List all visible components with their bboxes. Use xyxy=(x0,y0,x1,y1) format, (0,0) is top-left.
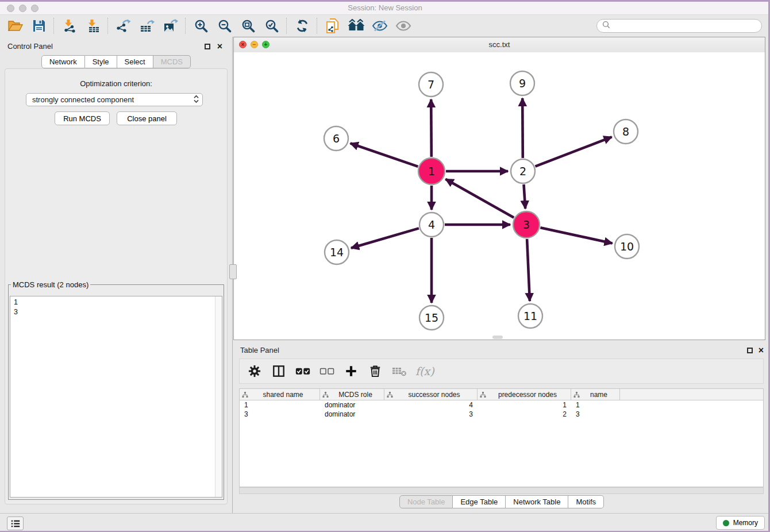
table-cell[interactable]: 3 xyxy=(240,410,320,418)
zoom-fit-icon[interactable] xyxy=(236,17,260,35)
create-column-icon[interactable] xyxy=(343,363,359,379)
tab-network[interactable]: Network xyxy=(41,55,85,68)
select-stepper-icon xyxy=(194,95,199,105)
graph-node-14[interactable]: 14 xyxy=(325,240,349,264)
close-window-button[interactable] xyxy=(7,5,14,12)
table-cell[interactable]: dominator xyxy=(320,401,384,409)
table-cell[interactable]: 1 xyxy=(240,401,320,409)
float-table-panel-icon[interactable] xyxy=(747,348,753,353)
task-history-button[interactable] xyxy=(7,516,24,530)
close-view-button[interactable] xyxy=(239,41,247,48)
zoom-out-icon[interactable] xyxy=(213,17,236,35)
table-cell[interactable]: 3 xyxy=(384,410,478,418)
graph-node-4[interactable]: 4 xyxy=(419,213,444,237)
import-network-icon[interactable] xyxy=(57,17,81,35)
hide-graphics-details-icon[interactable] xyxy=(368,17,391,35)
tab-network-table[interactable]: Network Table xyxy=(506,495,568,508)
export-network-icon[interactable] xyxy=(111,17,135,35)
memory-button[interactable]: Memory xyxy=(716,516,765,530)
graph-node-15[interactable]: 15 xyxy=(419,306,444,330)
refresh-view-icon[interactable] xyxy=(290,17,314,35)
tab-style[interactable]: Style xyxy=(85,55,117,68)
tab-edge-table[interactable]: Edge Table xyxy=(453,495,506,508)
table-cell[interactable]: 4 xyxy=(384,401,478,409)
close-table-panel-icon[interactable]: × xyxy=(759,346,764,354)
table-row[interactable]: 3dominator323 xyxy=(240,410,763,419)
graph-node-6[interactable]: 6 xyxy=(324,126,348,151)
network-graph[interactable]: 7968124314101511 xyxy=(234,52,765,340)
export-table-icon[interactable] xyxy=(135,17,159,35)
tab-select[interactable]: Select xyxy=(117,55,153,68)
float-panel-icon[interactable] xyxy=(205,44,210,49)
zoom-selected-icon[interactable] xyxy=(260,17,283,35)
table-panel: Table Panel × f(x) shared nameMCDS roles… xyxy=(233,342,770,509)
graph-node-9[interactable]: 9 xyxy=(510,71,534,95)
graph-node-10[interactable]: 10 xyxy=(615,234,639,259)
graph-edge-2-9[interactable] xyxy=(522,98,523,158)
table-settings-gear-icon[interactable] xyxy=(247,363,263,379)
delete-columns-icon[interactable] xyxy=(367,363,383,379)
tab-node-table[interactable]: Node Table xyxy=(399,495,453,508)
close-panel-icon[interactable]: × xyxy=(217,43,222,51)
status-bar: Memory xyxy=(0,513,770,532)
graph-node-7[interactable]: 7 xyxy=(419,72,443,97)
search-field[interactable] xyxy=(596,19,762,33)
run-mcds-button[interactable]: Run MCDS xyxy=(55,111,110,125)
graph-edge-2-3[interactable] xyxy=(524,184,526,209)
table-cell[interactable]: 2 xyxy=(478,410,571,418)
column-header-mcds-role[interactable]: MCDS role xyxy=(320,389,384,400)
graph-node-8[interactable]: 8 xyxy=(614,119,638,144)
result-scrollbar[interactable] xyxy=(215,296,222,497)
graph-edge-3-10[interactable] xyxy=(540,228,612,243)
unselect-all-columns-icon[interactable] xyxy=(319,363,335,379)
open-session-file-icon[interactable] xyxy=(3,17,27,35)
graph-node-3[interactable]: 3 xyxy=(513,211,540,238)
column-label: shared name xyxy=(249,391,319,399)
graph-node-11[interactable]: 11 xyxy=(518,304,542,328)
network-from-file-icon[interactable] xyxy=(321,17,344,35)
canvas-scroll-handle[interactable] xyxy=(492,336,503,339)
table-cell[interactable]: 1 xyxy=(571,401,620,409)
export-image-icon[interactable] xyxy=(159,17,182,35)
minimize-window-button[interactable] xyxy=(19,5,26,12)
table-toolbar: f(x) xyxy=(239,358,764,384)
column-header-shared-name[interactable]: shared name xyxy=(240,389,320,400)
minimize-view-button[interactable] xyxy=(251,41,258,48)
tab-motifs[interactable]: Motifs xyxy=(568,495,604,508)
column-header-predecessor-nodes[interactable]: predecessor nodes xyxy=(478,389,571,400)
maximize-view-button[interactable] xyxy=(262,41,270,48)
table-scrollbar[interactable] xyxy=(239,487,764,494)
zoom-in-icon[interactable] xyxy=(189,17,213,35)
criterion-select[interactable]: strongly connected component xyxy=(26,93,203,106)
close-panel-button[interactable]: Close panel xyxy=(117,111,177,125)
show-graphics-details-icon[interactable] xyxy=(391,17,415,35)
node-label: 10 xyxy=(620,240,634,253)
table-row[interactable]: 1dominator411 xyxy=(240,400,763,410)
graph-edge-3-11[interactable] xyxy=(527,239,530,301)
home-view-icon[interactable] xyxy=(344,17,368,35)
select-all-columns-icon[interactable] xyxy=(295,363,311,379)
mcds-result-title: MCDS result (2 nodes) xyxy=(11,280,90,289)
graph-edge-3-1[interactable] xyxy=(445,179,514,218)
network-window-titlebar[interactable]: scc.txt xyxy=(234,37,765,53)
network-canvas[interactable]: 7968124314101511 xyxy=(234,52,765,340)
tab-mcds[interactable]: MCDS xyxy=(153,55,191,68)
graph-edge-2-8[interactable] xyxy=(536,137,612,166)
save-session-icon[interactable] xyxy=(27,17,51,35)
graph-edge-1-7[interactable] xyxy=(431,99,432,157)
column-header-successor-nodes[interactable]: successor nodes xyxy=(384,389,478,400)
graph-node-2[interactable]: 2 xyxy=(511,159,535,183)
import-table-icon[interactable] xyxy=(81,17,105,35)
table-cell[interactable]: dominator xyxy=(320,410,384,418)
table-cell[interactable]: 1 xyxy=(478,401,571,409)
zoom-window-button[interactable] xyxy=(31,5,38,12)
splitter-handle[interactable] xyxy=(229,264,237,279)
graph-node-1[interactable]: 1 xyxy=(418,158,445,184)
mcds-result-group: MCDS result (2 nodes) 13 xyxy=(8,280,224,500)
graph-edge-1-6[interactable] xyxy=(351,143,418,167)
graph-edge-4-14[interactable] xyxy=(351,228,419,248)
search-input[interactable] xyxy=(614,21,761,31)
table-cell[interactable]: 3 xyxy=(571,410,620,418)
split-panel-icon[interactable] xyxy=(271,363,287,379)
column-header-name[interactable]: name xyxy=(571,389,620,400)
